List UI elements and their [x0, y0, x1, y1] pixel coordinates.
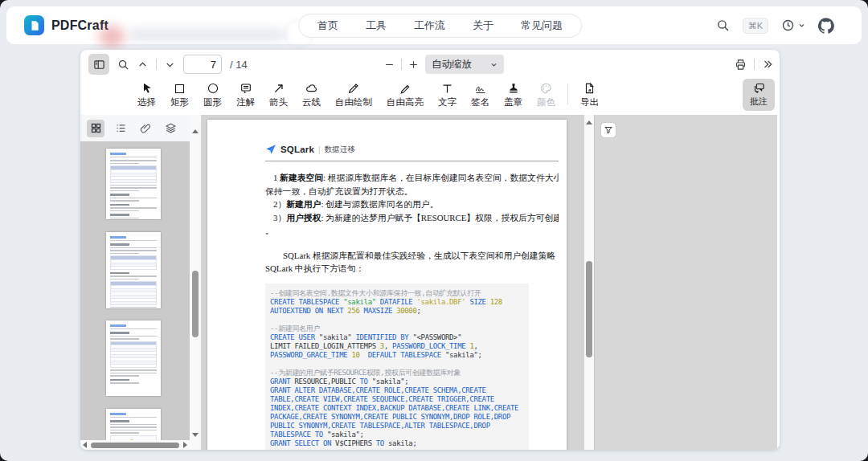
- blurred-badge: [99, 26, 125, 47]
- tool-label: 矩形: [170, 97, 189, 107]
- zoom-in-icon[interactable]: [408, 59, 419, 70]
- cloud-icon: [305, 80, 319, 95]
- chevron-down-icon: [490, 61, 497, 68]
- signature-icon: [473, 80, 488, 95]
- tool-circle[interactable]: 圆形: [196, 79, 229, 107]
- tool-label: 自由绘制: [335, 97, 372, 107]
- annotation-toolbar: 选择矩形圆形注解箭头云线自由绘制自由高亮文字签名盖章颜色导出 批注: [80, 79, 780, 115]
- tool-sign[interactable]: 签名: [464, 79, 497, 107]
- nav-item-about[interactable]: 关于: [459, 18, 507, 33]
- tool-text[interactable]: 文字: [431, 79, 464, 107]
- next-page-icon[interactable]: [165, 59, 175, 70]
- code-line: GRANT RESOURCE,PUBLIC TO "sakila";: [270, 377, 524, 386]
- prev-page-icon[interactable]: [137, 59, 148, 70]
- document-vertical-scrollbar: [584, 115, 594, 450]
- tool-highlight[interactable]: 自由高亮: [379, 79, 431, 107]
- viewer-toolbar: / 14 自动缩放: [80, 50, 780, 79]
- scroll-up-arrow[interactable]: [586, 120, 592, 124]
- paragraph-line: 2）新建用户: 创建与源数据库同名的用户。: [265, 198, 559, 211]
- tool-label: 箭头: [269, 97, 288, 107]
- code-line: CREATE TABLESPACE "sakila" DATAFILE 'sak…: [270, 298, 524, 307]
- tool-label: 签名: [471, 97, 489, 107]
- page-thumbnail[interactable]: [106, 320, 161, 396]
- paragraph-line: 。: [265, 224, 559, 238]
- outline-tab-icon[interactable]: [112, 120, 129, 137]
- zoom-mode-label: 自动缩放: [432, 58, 472, 71]
- nav-item-workflow[interactable]: 工作流: [400, 18, 459, 33]
- tool-select[interactable]: 选择: [130, 79, 163, 107]
- viewer-content: SQLark | 数据迁移 1 新建表空间: 根据源库数据库名，在目标库创建同名…: [80, 115, 780, 450]
- filter-icon: [604, 125, 613, 135]
- layers-tab-icon[interactable]: [162, 120, 179, 137]
- note-icon: [240, 80, 252, 95]
- attachments-tab-icon[interactable]: [137, 120, 154, 137]
- github-icon[interactable]: [818, 18, 834, 34]
- pdfcraft-logo-icon: [24, 15, 44, 35]
- nav-item-home[interactable]: 首页: [304, 18, 352, 33]
- divider: [401, 59, 402, 70]
- history-dropdown[interactable]: [781, 18, 805, 32]
- tool-rect[interactable]: 矩形: [163, 79, 196, 107]
- page-thumbnail[interactable]: [106, 149, 161, 219]
- scroll-down-arrow[interactable]: [192, 433, 199, 437]
- more-tools-icon[interactable]: [762, 59, 773, 70]
- tool-export[interactable]: 导出: [573, 79, 606, 107]
- rectangle-icon: [174, 80, 186, 95]
- tool-cloud[interactable]: 云线: [295, 79, 328, 107]
- annotate-panel-button[interactable]: 批注: [743, 79, 775, 111]
- document-scroll-thumb[interactable]: [586, 261, 592, 357]
- nav-item-tools[interactable]: 工具: [352, 18, 400, 33]
- tool-stamp[interactable]: 盖章: [497, 79, 530, 107]
- tool-label: 选择: [137, 97, 156, 107]
- print-icon[interactable]: [735, 59, 747, 71]
- blurred-title: [129, 28, 285, 42]
- scroll-up-arrow[interactable]: [192, 129, 199, 133]
- find-in-doc-icon[interactable]: [117, 59, 129, 71]
- clock-icon: [781, 18, 795, 32]
- document-area: SQLark | 数据迁移 1 新建表空间: 根据源库数据库名，在目标库创建同名…: [201, 115, 594, 450]
- page-total: / 14: [230, 59, 248, 71]
- divider: [156, 59, 157, 70]
- sidebar-scroll-thumb[interactable]: [192, 271, 199, 337]
- thumbnail-sidebar: [80, 115, 201, 450]
- scroll-right-arrow[interactable]: [183, 442, 187, 448]
- tool-label: 圆形: [203, 97, 222, 107]
- page-thumbnail[interactable]: [106, 232, 161, 308]
- sidebar-vertical-scrollbar: [190, 115, 201, 450]
- code-line: TABLE,CREATE VIEW,CREATE SEQUENCE,CREATE…: [270, 395, 524, 404]
- sidebar-hscroll-thumb[interactable]: [91, 443, 179, 448]
- tool-label: 云线: [302, 97, 321, 107]
- annotation-panel: [594, 115, 777, 450]
- tool-note[interactable]: 注解: [229, 79, 262, 107]
- scroll-left-arrow[interactable]: [83, 442, 87, 448]
- tool-arrow[interactable]: 箭头: [262, 79, 295, 107]
- code-line: INDEX,CREATE CONTEXT INDEX,BACKUP DATABA…: [270, 404, 524, 413]
- sidebar-toggle-icon[interactable]: [88, 54, 109, 75]
- nav-item-faq[interactable]: 常见问题: [507, 18, 576, 33]
- filter-button[interactable]: [601, 123, 616, 137]
- page-number-input[interactable]: [183, 55, 222, 74]
- circle-icon: [207, 80, 219, 95]
- paragraph-line: 3）用户授权: 为新建的达梦用户赋予【RESOURCE】权限，授权后方可创建数据…: [265, 211, 559, 225]
- thumbnails-tab-icon[interactable]: [87, 120, 104, 137]
- site-header: PDFCraft 首页工具工作流关于常见问题 ⌘K: [6, 6, 862, 44]
- tool-label: 文字: [438, 97, 457, 107]
- search-icon[interactable]: [716, 18, 730, 32]
- code-line: --为新建的用户赋予RESOURCE权限,授权后可创建数据库对象: [270, 369, 524, 377]
- sqlark-name: SQLark: [280, 145, 314, 154]
- text-icon: [441, 80, 453, 95]
- divider: [567, 84, 568, 104]
- sqlark-logo-icon: [265, 144, 276, 155]
- zoom-out-icon[interactable]: [384, 59, 395, 70]
- paragraph-line: 1 新建表空间: 根据源库数据库名，在目标库创建同名表空间，数据文件大小和源数据…: [265, 171, 559, 185]
- code-line: [270, 316, 524, 324]
- sidebar-horizontal-scrollbar: [80, 440, 190, 450]
- tool-draw[interactable]: 自由绘制: [328, 79, 379, 107]
- code-line: GRANT ALTER DATABASE,CREATE ROLE,CREATE …: [270, 386, 524, 395]
- highlighter-icon: [399, 80, 411, 95]
- zoom-mode-select[interactable]: 自动缩放: [425, 55, 504, 74]
- brand[interactable]: PDFCraft: [6, 15, 108, 35]
- annotate-label: 批注: [750, 96, 768, 108]
- code-line: AUTOEXTEND ON NEXT 256 MAXSIZE 30000;: [270, 307, 524, 316]
- document-page: SQLark | 数据迁移 1 新建表空间: 根据源库数据库名，在目标库创建同名…: [207, 120, 567, 450]
